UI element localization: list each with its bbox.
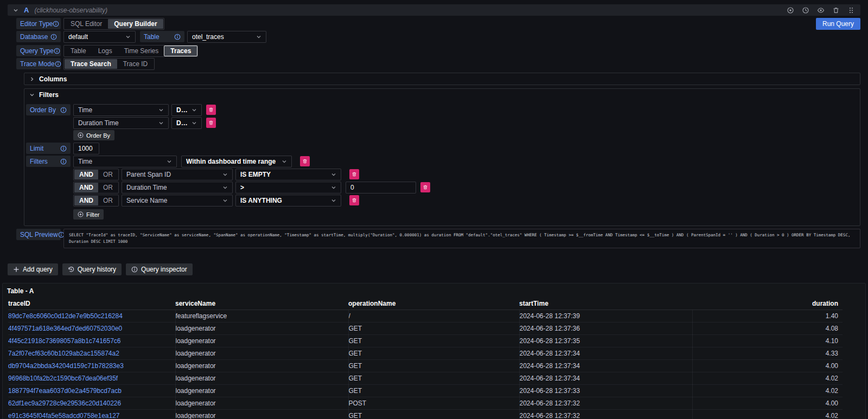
trash-icon[interactable] bbox=[832, 7, 840, 14]
info-circle-icon[interactable] bbox=[60, 158, 67, 165]
remove-filter-button[interactable] bbox=[349, 195, 359, 205]
panel-title: Table - A bbox=[3, 283, 865, 298]
column-header-duration[interactable]: duration bbox=[692, 298, 843, 310]
filters-section-header[interactable]: Filters bbox=[24, 89, 860, 100]
cell-servicename: loadgenerator bbox=[175, 322, 348, 334]
query-type-time-series[interactable]: Time Series bbox=[118, 46, 165, 56]
info-circle-icon[interactable] bbox=[174, 34, 181, 40]
trace-link[interactable]: 1887794f7eaa6037d0e2a4579bcd7acb bbox=[8, 387, 122, 395]
trace-link[interactable]: 7a2f07ecf63c60b1029ab2ac155874a2 bbox=[8, 350, 119, 357]
columns-section-header[interactable]: Columns bbox=[24, 73, 860, 85]
order-by-direction-select[interactable]: DESC bbox=[171, 104, 202, 116]
info-circle-icon[interactable] bbox=[60, 145, 67, 152]
order-by-field-select[interactable]: Duration Time bbox=[73, 117, 169, 129]
editor-type-row: Editor Type SQL Editor Query Builder bbox=[16, 18, 860, 29]
chevron-down-icon bbox=[222, 198, 228, 203]
chevron-down-icon bbox=[158, 107, 164, 113]
bool-or[interactable]: OR bbox=[98, 170, 118, 179]
chevron-down-icon bbox=[256, 34, 261, 40]
trace-mode-trace-id[interactable]: Trace ID bbox=[117, 59, 154, 69]
add-filter-button[interactable]: Filter bbox=[73, 209, 104, 220]
info-circle-icon[interactable] bbox=[53, 21, 59, 27]
limit-input[interactable] bbox=[73, 143, 99, 154]
table-label-chip: Table bbox=[140, 31, 184, 42]
drag-handle-icon[interactable] bbox=[847, 7, 855, 14]
chevron-down-icon bbox=[167, 159, 172, 164]
filter-field-select[interactable]: Time bbox=[73, 156, 177, 167]
cell-duration: 4.02 bbox=[692, 372, 843, 384]
query-type-logs[interactable]: Logs bbox=[92, 46, 118, 56]
info-circle-icon[interactable] bbox=[60, 107, 67, 113]
columns-section: Columns bbox=[24, 73, 860, 85]
query-type-group: Table Logs Time Series Traces bbox=[63, 45, 198, 57]
trace-link[interactable]: 4f497571a618e364ed7ded60752030e0 bbox=[8, 325, 122, 332]
trace-link[interactable]: 62df1ec9a29728c9e29536c20d140226 bbox=[8, 399, 121, 407]
bool-and[interactable]: AND bbox=[74, 183, 98, 192]
bool-or[interactable]: OR bbox=[98, 183, 118, 192]
remove-filter-button[interactable] bbox=[300, 156, 310, 166]
remove-order-by-button[interactable] bbox=[206, 105, 216, 115]
filter-field-select[interactable]: Parent Span ID bbox=[122, 169, 233, 181]
info-circle-icon[interactable] bbox=[54, 48, 60, 54]
add-query-button[interactable]: Add query bbox=[8, 263, 58, 275]
query-row-header[interactable]: A (clickhouse-observability) bbox=[8, 4, 860, 16]
editor-type-group: SQL Editor Query Builder bbox=[63, 18, 164, 30]
cell-starttime: 2024-06-28 12:37:33 bbox=[519, 384, 692, 397]
trace-link[interactable]: 4f45c21918c73698057a8b1c741657c6 bbox=[8, 337, 121, 345]
chevron-right-icon bbox=[29, 76, 35, 82]
filters-label-chip: Filters bbox=[26, 156, 71, 167]
chevron-down-icon bbox=[331, 172, 336, 177]
filter-operator-select[interactable]: Within dashboard time range bbox=[181, 156, 292, 167]
chevron-down-icon bbox=[282, 159, 287, 164]
plus-circle-icon bbox=[78, 211, 84, 217]
database-label-chip: Database bbox=[16, 31, 61, 42]
remove-order-by-button[interactable] bbox=[206, 118, 216, 128]
secondary-actions: Add query Query history Query inspector bbox=[8, 263, 860, 275]
editor-type-query-builder[interactable]: Query Builder bbox=[108, 19, 163, 29]
cell-servicename: loadgenerator bbox=[175, 372, 348, 384]
editor-type-sql-editor[interactable]: SQL Editor bbox=[65, 19, 108, 29]
column-header-starttime[interactable]: startTime bbox=[519, 298, 692, 310]
cell-starttime: 2024-06-28 12:37:34 bbox=[519, 372, 692, 384]
info-circle-icon[interactable] bbox=[55, 61, 61, 67]
trace-mode-group: Trace Search Trace ID bbox=[63, 58, 155, 70]
bool-and[interactable]: AND bbox=[74, 196, 98, 205]
order-by-field-select[interactable]: Time bbox=[73, 104, 169, 116]
eye-icon[interactable] bbox=[817, 7, 825, 14]
column-header-traceid[interactable]: traceID bbox=[8, 298, 175, 310]
filter-value-input[interactable] bbox=[346, 182, 416, 194]
filter-operator-select[interactable]: > bbox=[235, 182, 341, 194]
trace-mode-trace-search[interactable]: Trace Search bbox=[65, 59, 117, 69]
bool-or[interactable]: OR bbox=[98, 196, 118, 205]
history-icon[interactable] bbox=[802, 7, 809, 14]
filter-condition-row-1: AND OR Parent Span ID IS EMPTY bbox=[26, 169, 856, 180]
query-type-table[interactable]: Table bbox=[65, 46, 92, 56]
database-select[interactable]: default bbox=[63, 31, 136, 43]
filter-field-select[interactable]: Duration Time bbox=[122, 182, 233, 194]
table-select[interactable]: otel_traces bbox=[187, 31, 266, 43]
trace-link[interactable]: e91c3645f04fa5e58adcd0758e1ea127 bbox=[8, 412, 120, 419]
query-type-traces[interactable]: Traces bbox=[164, 46, 197, 56]
query-history-button[interactable]: Query history bbox=[62, 263, 122, 275]
record-icon[interactable] bbox=[787, 7, 794, 14]
run-query-button[interactable]: Run Query bbox=[816, 18, 860, 30]
filter-operator-select[interactable]: IS EMPTY bbox=[235, 169, 341, 181]
remove-filter-button[interactable] bbox=[349, 169, 359, 179]
info-circle-icon[interactable] bbox=[50, 34, 57, 40]
chevron-down-icon bbox=[125, 34, 131, 40]
cell-operationname: POST bbox=[348, 397, 519, 409]
filter-field-select[interactable]: Service Name bbox=[122, 195, 233, 207]
trace-link[interactable]: 89dc7e8c6060c0d12de7e9b50c216284 bbox=[8, 312, 123, 320]
filter-operator-select[interactable]: IS ANYTHING bbox=[235, 195, 341, 207]
filters-label: Filters bbox=[30, 158, 48, 165]
remove-filter-button[interactable] bbox=[420, 182, 430, 192]
editor-type-label-chip: Editor Type bbox=[16, 18, 61, 29]
order-by-direction-select[interactable]: DESC bbox=[171, 117, 202, 129]
query-inspector-button[interactable]: Query inspector bbox=[126, 263, 193, 275]
add-order-by-button[interactable]: Order By bbox=[73, 130, 114, 140]
column-header-operationname[interactable]: operationName bbox=[348, 298, 519, 310]
column-header-servicename[interactable]: serviceName bbox=[175, 298, 348, 310]
trace-link[interactable]: 96968b10fa2b2c1590bc67dea06ef35f bbox=[8, 375, 118, 382]
bool-and[interactable]: AND bbox=[74, 170, 98, 179]
trace-link[interactable]: db9704a2bbda34204d159c71b78283e3 bbox=[8, 362, 124, 370]
